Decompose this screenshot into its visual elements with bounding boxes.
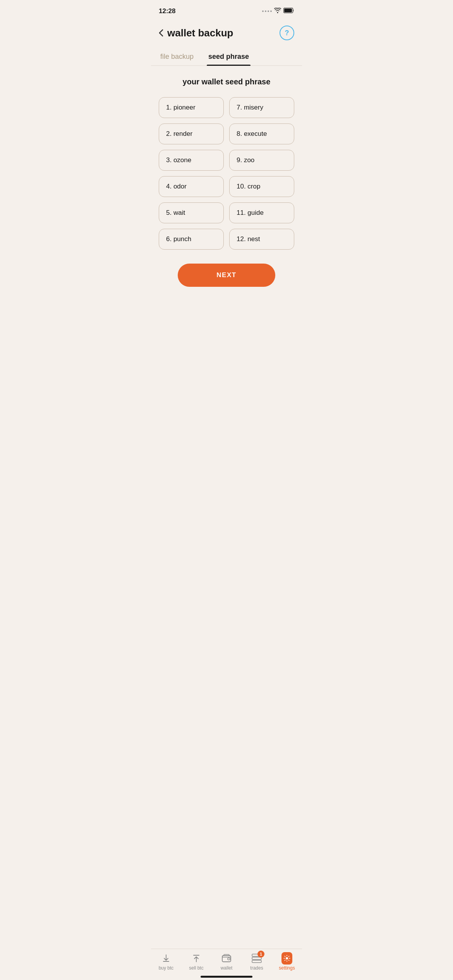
seed-word-1-text: 1. pioneer [166, 104, 196, 111]
tab-file-backup[interactable]: file backup [159, 49, 195, 65]
seed-word-2-text: 2. render [166, 130, 192, 137]
back-button[interactable] [157, 27, 165, 38]
seed-word-10: 10. crop [229, 176, 294, 197]
section-title: your wallet seed phrase [159, 77, 294, 86]
seed-word-3-text: 3. ozone [166, 156, 191, 164]
seed-word-6-text: 6. punch [166, 235, 191, 243]
seed-word-11-text: 11. guide [237, 209, 264, 216]
battery-icon [283, 8, 294, 15]
tab-seed-phrase[interactable]: seed phrase [207, 49, 251, 65]
seed-phrase-grid: 1. pioneer 7. misery 2. render 8. execut… [159, 97, 294, 250]
seed-word-4-text: 4. odor [166, 183, 187, 190]
svg-rect-1 [284, 9, 292, 12]
seed-word-1: 1. pioneer [159, 97, 224, 118]
seed-word-9: 9. zoo [229, 150, 294, 171]
next-button[interactable]: NEXT [178, 264, 275, 287]
seed-word-5: 5. wait [159, 202, 224, 223]
seed-word-8-text: 8. execute [237, 130, 267, 137]
seed-word-6: 6. punch [159, 229, 224, 250]
help-icon: ? [285, 29, 289, 37]
header-left: wallet backup [157, 27, 233, 39]
seed-word-2: 2. render [159, 123, 224, 144]
signal-icon [262, 10, 272, 12]
seed-word-12: 12. nest [229, 229, 294, 250]
seed-word-8: 8. execute [229, 123, 294, 144]
seed-word-4: 4. odor [159, 176, 224, 197]
header: wallet backup ? [151, 19, 302, 45]
seed-word-11: 11. guide [229, 202, 294, 223]
status-time: 12:28 [159, 7, 175, 15]
seed-word-12-text: 12. nest [237, 235, 260, 243]
page-title: wallet backup [167, 27, 233, 39]
help-button[interactable]: ? [280, 26, 294, 40]
seed-word-9-text: 9. zoo [237, 156, 254, 164]
status-icons [262, 8, 294, 15]
seed-word-7: 7. misery [229, 97, 294, 118]
seed-word-10-text: 10. crop [237, 183, 260, 190]
tabs-bar: file backup seed phrase [151, 49, 302, 66]
main-content: your wallet seed phrase 1. pioneer 7. mi… [151, 66, 302, 333]
seed-word-3: 3. ozone [159, 150, 224, 171]
status-bar: 12:28 [151, 0, 302, 19]
wifi-icon [274, 8, 281, 15]
seed-word-5-text: 5. wait [166, 209, 185, 216]
seed-word-7-text: 7. misery [237, 104, 263, 111]
